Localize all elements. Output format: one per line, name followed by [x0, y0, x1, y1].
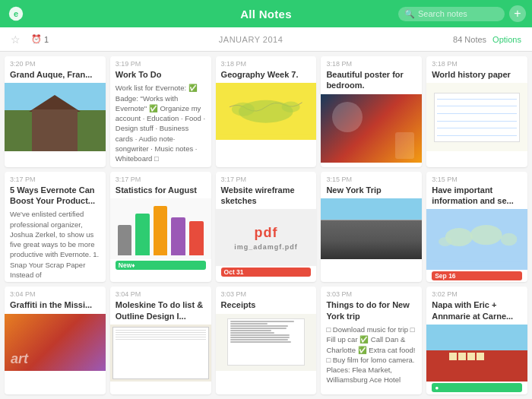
note-title: Statistics for August [110, 185, 211, 198]
page-title: All Notes [240, 8, 292, 21]
svg-point-8 [470, 225, 502, 245]
svg-point-4 [232, 103, 255, 116]
note-time: 3:15 PM [426, 172, 527, 185]
note-time: 3:17 PM [216, 172, 317, 185]
notes-count: 84 Notes [453, 35, 486, 44]
svg-point-10 [439, 237, 452, 246]
note-time: 3:18 PM [426, 56, 527, 69]
note-card[interactable]: 3:03 PMThings to do for New York trip□ D… [321, 287, 422, 394]
note-body: □ Download music for trip □ Fill up car … [321, 325, 422, 394]
svg-point-9 [501, 233, 518, 246]
note-title: 5 Ways Evernote Can Boost Your Product..… [5, 185, 106, 210]
note-title: Moleskine To do list & Outline Design I.… [110, 299, 211, 325]
note-image: art [5, 314, 106, 371]
note-image [321, 94, 422, 163]
note-body: We've enlisted certified professional or… [5, 209, 106, 282]
note-title: Have important information and se... [426, 185, 527, 210]
note-card[interactable]: 3:20 PMGrand Auque, Fran... [5, 56, 106, 167]
sub-header: ☆ ⏰ 1 JANUARY 2014 84 Notes Options [0, 27, 532, 52]
search-bar[interactable]: 🔍 [398, 7, 505, 21]
note-image [426, 83, 527, 151]
note-card[interactable]: 3:15 PMNew York Trip [321, 172, 422, 283]
note-badge: Sep 16 [432, 271, 522, 280]
reminder-icon: ⏰ [31, 34, 42, 44]
note-title: Work To Do [110, 69, 211, 83]
note-time: 3:02 PM [426, 287, 527, 299]
note-title: World history paper [426, 69, 527, 83]
note-time: 3:20 PM [5, 56, 106, 69]
note-title: Beautiful poster for bedroom. [321, 69, 422, 94]
note-title: Receipts [216, 299, 317, 313]
svg-text:e: e [14, 9, 18, 18]
note-badge: ● [432, 383, 522, 392]
star-icon[interactable]: ☆ [11, 33, 21, 46]
add-note-button[interactable]: + [509, 5, 526, 22]
evernote-logo: e [8, 5, 24, 22]
note-title: Website wireframe sketches [216, 185, 317, 210]
note-title: Things to do for New York trip [321, 299, 422, 325]
svg-point-5 [282, 102, 300, 112]
note-image [216, 83, 317, 140]
note-time: 3:18 PM [216, 56, 317, 69]
note-card[interactable]: 3:04 PMMoleskine To do list & Outline De… [110, 287, 211, 394]
note-title: New York Trip [321, 185, 422, 198]
note-card[interactable]: 3:18 PMGeography Week 7. [216, 56, 317, 167]
note-card[interactable]: 3:04 PMGraffiti in the Missi... art [5, 287, 106, 394]
note-title: Graffiti in the Missi... [5, 299, 106, 313]
note-image [426, 325, 527, 382]
note-image [321, 198, 422, 259]
note-card[interactable]: 3:17 PMWebsite wireframe sketches pdf im… [216, 172, 317, 283]
note-card[interactable]: 3:03 PMReceipts [216, 287, 317, 394]
note-card[interactable]: 3:17 PM5 Ways Evernote Can Boost Your Pr… [5, 172, 106, 283]
note-image [110, 325, 211, 382]
note-title: Geography Week 7. [216, 69, 317, 83]
note-time: 3:17 PM [5, 172, 106, 185]
note-time: 3:03 PM [216, 287, 317, 299]
note-card[interactable]: 3:18 PMWorld history paper [426, 56, 527, 167]
note-time: 3:18 PM [321, 56, 422, 69]
note-image [426, 209, 527, 270]
note-image [110, 198, 211, 259]
note-badge: New♦ [116, 261, 206, 270]
date-range: JANUARY 2014 [219, 35, 283, 44]
note-title: Grand Auque, Fran... [5, 69, 106, 83]
note-card[interactable]: 3:15 PMHave important information and se… [426, 172, 527, 283]
note-image: pdf img_adamgf.pdf [216, 209, 317, 266]
note-title: Napa with Eric + Annmarie at Carne... [426, 299, 527, 325]
search-icon: 🔍 [404, 9, 415, 19]
note-card[interactable]: 3:02 PMNapa with Eric + Annmarie at Carn… [426, 287, 527, 394]
app-header: e All Notes 🔍 + [0, 0, 532, 27]
reminder-count: 1 [44, 35, 49, 44]
note-time: 3:03 PM [321, 287, 422, 299]
notes-grid: 3:20 PMGrand Auque, Fran...3:19 PMWork T… [0, 52, 532, 399]
search-input[interactable] [418, 9, 502, 18]
note-time: 3:15 PM [321, 172, 422, 185]
note-image [216, 314, 317, 371]
reminder-badge[interactable]: ⏰ 1 [31, 34, 49, 44]
note-card[interactable]: 3:17 PMStatistics for AugustNew♦ [110, 172, 211, 283]
note-time: 3:04 PM [5, 287, 106, 299]
note-badge: Oct 31 [221, 268, 312, 277]
note-card[interactable]: 3:19 PMWork To DoWork list for Evernote:… [110, 56, 211, 167]
note-time: 3:04 PM [110, 287, 211, 299]
note-body: Work list for Evernote: ✅ Badge: "Works … [110, 83, 211, 166]
note-card[interactable]: 3:18 PMBeautiful poster for bedroom. [321, 56, 422, 167]
options-button[interactable]: Options [492, 35, 521, 44]
note-time: 3:17 PM [110, 172, 211, 185]
note-time: 3:19 PM [110, 56, 211, 69]
note-image [5, 83, 106, 151]
